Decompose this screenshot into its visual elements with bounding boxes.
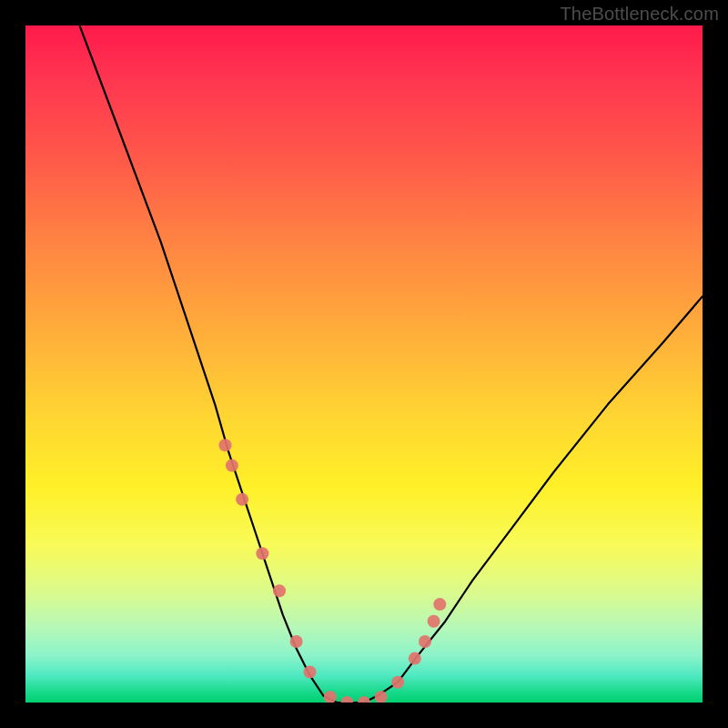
marker-point <box>433 598 446 611</box>
marker-point <box>236 493 248 506</box>
marker-point <box>226 460 238 472</box>
marker-point <box>375 691 388 703</box>
marker-point <box>391 676 404 689</box>
chart-overlay <box>25 25 703 703</box>
bottleneck-curve <box>80 25 703 703</box>
marker-point <box>219 439 232 451</box>
marker-point <box>409 652 421 665</box>
outer-frame: TheBottleneck.com <box>0 0 728 728</box>
marker-point <box>304 666 317 679</box>
marker-point <box>273 584 286 597</box>
marker-point <box>290 635 303 648</box>
marker-point <box>428 615 440 628</box>
marker-point <box>358 696 370 703</box>
highlighted-points <box>219 439 447 703</box>
marker-point <box>324 691 337 703</box>
marker-point <box>256 547 268 560</box>
plot-area <box>25 25 703 703</box>
marker-point <box>340 696 353 703</box>
marker-point <box>419 635 431 648</box>
watermark-text: TheBottleneck.com <box>560 4 719 25</box>
